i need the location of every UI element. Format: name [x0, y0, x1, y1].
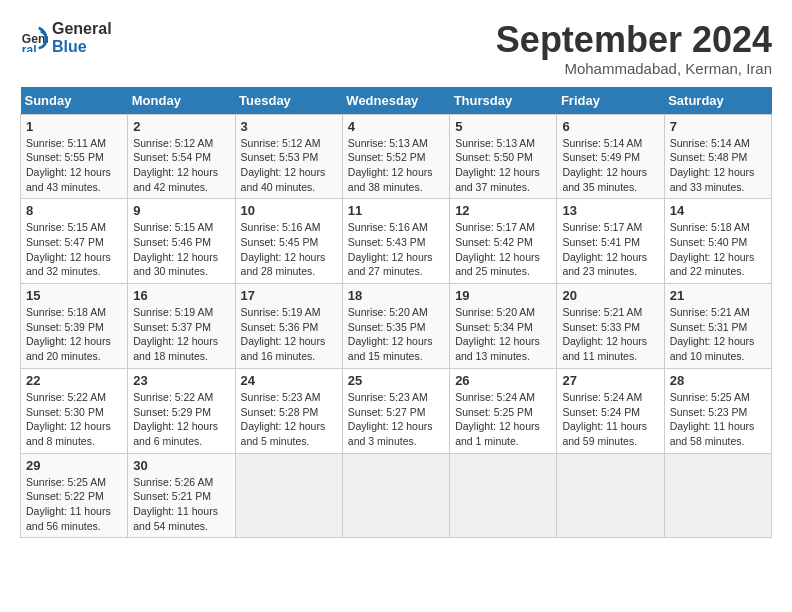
- day-number: 3: [241, 119, 337, 134]
- day-number: 24: [241, 373, 337, 388]
- calendar-cell: 12Sunrise: 5:17 AMSunset: 5:42 PMDayligh…: [450, 199, 557, 284]
- day-info: Sunrise: 5:20 AMSunset: 5:35 PMDaylight:…: [348, 305, 444, 364]
- calendar-cell: [450, 453, 557, 538]
- day-number: 18: [348, 288, 444, 303]
- day-info: Sunrise: 5:21 AMSunset: 5:33 PMDaylight:…: [562, 305, 658, 364]
- day-info: Sunrise: 5:22 AMSunset: 5:30 PMDaylight:…: [26, 390, 122, 449]
- svg-text:ral: ral: [22, 42, 37, 51]
- header-friday: Friday: [557, 87, 664, 115]
- day-info: Sunrise: 5:15 AMSunset: 5:47 PMDaylight:…: [26, 220, 122, 279]
- day-number: 13: [562, 203, 658, 218]
- calendar-week-2: 8Sunrise: 5:15 AMSunset: 5:47 PMDaylight…: [21, 199, 772, 284]
- calendar-cell: 20Sunrise: 5:21 AMSunset: 5:33 PMDayligh…: [557, 284, 664, 369]
- day-number: 29: [26, 458, 122, 473]
- calendar-cell: 18Sunrise: 5:20 AMSunset: 5:35 PMDayligh…: [342, 284, 449, 369]
- day-number: 21: [670, 288, 766, 303]
- day-info: Sunrise: 5:22 AMSunset: 5:29 PMDaylight:…: [133, 390, 229, 449]
- day-info: Sunrise: 5:25 AMSunset: 5:22 PMDaylight:…: [26, 475, 122, 534]
- day-info: Sunrise: 5:20 AMSunset: 5:34 PMDaylight:…: [455, 305, 551, 364]
- day-number: 9: [133, 203, 229, 218]
- calendar-cell: 26Sunrise: 5:24 AMSunset: 5:25 PMDayligh…: [450, 368, 557, 453]
- day-info: Sunrise: 5:18 AMSunset: 5:40 PMDaylight:…: [670, 220, 766, 279]
- calendar-cell: 28Sunrise: 5:25 AMSunset: 5:23 PMDayligh…: [664, 368, 771, 453]
- day-number: 15: [26, 288, 122, 303]
- day-number: 1: [26, 119, 122, 134]
- day-info: Sunrise: 5:26 AMSunset: 5:21 PMDaylight:…: [133, 475, 229, 534]
- day-number: 12: [455, 203, 551, 218]
- calendar-cell: 30Sunrise: 5:26 AMSunset: 5:21 PMDayligh…: [128, 453, 235, 538]
- day-number: 8: [26, 203, 122, 218]
- day-number: 4: [348, 119, 444, 134]
- calendar-cell: 15Sunrise: 5:18 AMSunset: 5:39 PMDayligh…: [21, 284, 128, 369]
- calendar-cell: 2Sunrise: 5:12 AMSunset: 5:54 PMDaylight…: [128, 114, 235, 199]
- calendar-cell: 1Sunrise: 5:11 AMSunset: 5:55 PMDaylight…: [21, 114, 128, 199]
- header-monday: Monday: [128, 87, 235, 115]
- calendar-cell: 21Sunrise: 5:21 AMSunset: 5:31 PMDayligh…: [664, 284, 771, 369]
- calendar-cell: 17Sunrise: 5:19 AMSunset: 5:36 PMDayligh…: [235, 284, 342, 369]
- calendar-cell: [664, 453, 771, 538]
- header-row: SundayMondayTuesdayWednesdayThursdayFrid…: [21, 87, 772, 115]
- header-tuesday: Tuesday: [235, 87, 342, 115]
- day-number: 14: [670, 203, 766, 218]
- day-info: Sunrise: 5:17 AMSunset: 5:41 PMDaylight:…: [562, 220, 658, 279]
- day-number: 11: [348, 203, 444, 218]
- day-info: Sunrise: 5:16 AMSunset: 5:45 PMDaylight:…: [241, 220, 337, 279]
- calendar-cell: 27Sunrise: 5:24 AMSunset: 5:24 PMDayligh…: [557, 368, 664, 453]
- calendar-cell: 6Sunrise: 5:14 AMSunset: 5:49 PMDaylight…: [557, 114, 664, 199]
- calendar-cell: 16Sunrise: 5:19 AMSunset: 5:37 PMDayligh…: [128, 284, 235, 369]
- day-info: Sunrise: 5:25 AMSunset: 5:23 PMDaylight:…: [670, 390, 766, 449]
- day-info: Sunrise: 5:24 AMSunset: 5:25 PMDaylight:…: [455, 390, 551, 449]
- calendar-cell: 3Sunrise: 5:12 AMSunset: 5:53 PMDaylight…: [235, 114, 342, 199]
- day-info: Sunrise: 5:11 AMSunset: 5:55 PMDaylight:…: [26, 136, 122, 195]
- day-info: Sunrise: 5:19 AMSunset: 5:36 PMDaylight:…: [241, 305, 337, 364]
- calendar-cell: 7Sunrise: 5:14 AMSunset: 5:48 PMDaylight…: [664, 114, 771, 199]
- day-number: 6: [562, 119, 658, 134]
- month-title: September 2024: [496, 20, 772, 60]
- calendar-week-3: 15Sunrise: 5:18 AMSunset: 5:39 PMDayligh…: [21, 284, 772, 369]
- day-number: 23: [133, 373, 229, 388]
- calendar-week-5: 29Sunrise: 5:25 AMSunset: 5:22 PMDayligh…: [21, 453, 772, 538]
- header-saturday: Saturday: [664, 87, 771, 115]
- calendar-cell: [557, 453, 664, 538]
- calendar-cell: 4Sunrise: 5:13 AMSunset: 5:52 PMDaylight…: [342, 114, 449, 199]
- logo-general: General: [52, 20, 112, 38]
- calendar-cell: 14Sunrise: 5:18 AMSunset: 5:40 PMDayligh…: [664, 199, 771, 284]
- calendar-cell: 10Sunrise: 5:16 AMSunset: 5:45 PMDayligh…: [235, 199, 342, 284]
- day-number: 30: [133, 458, 229, 473]
- day-info: Sunrise: 5:23 AMSunset: 5:27 PMDaylight:…: [348, 390, 444, 449]
- calendar-cell: 23Sunrise: 5:22 AMSunset: 5:29 PMDayligh…: [128, 368, 235, 453]
- day-info: Sunrise: 5:18 AMSunset: 5:39 PMDaylight:…: [26, 305, 122, 364]
- logo: Gene ral General Blue: [20, 20, 112, 55]
- calendar-cell: 29Sunrise: 5:25 AMSunset: 5:22 PMDayligh…: [21, 453, 128, 538]
- day-number: 5: [455, 119, 551, 134]
- day-number: 16: [133, 288, 229, 303]
- day-info: Sunrise: 5:16 AMSunset: 5:43 PMDaylight:…: [348, 220, 444, 279]
- calendar-table: SundayMondayTuesdayWednesdayThursdayFrid…: [20, 87, 772, 539]
- calendar-cell: 5Sunrise: 5:13 AMSunset: 5:50 PMDaylight…: [450, 114, 557, 199]
- day-info: Sunrise: 5:19 AMSunset: 5:37 PMDaylight:…: [133, 305, 229, 364]
- header-sunday: Sunday: [21, 87, 128, 115]
- day-info: Sunrise: 5:14 AMSunset: 5:49 PMDaylight:…: [562, 136, 658, 195]
- calendar-cell: 11Sunrise: 5:16 AMSunset: 5:43 PMDayligh…: [342, 199, 449, 284]
- day-info: Sunrise: 5:12 AMSunset: 5:54 PMDaylight:…: [133, 136, 229, 195]
- calendar-cell: [342, 453, 449, 538]
- day-number: 22: [26, 373, 122, 388]
- logo-icon: Gene ral: [20, 24, 48, 52]
- page-header: Gene ral General Blue September 2024 Moh…: [20, 20, 772, 77]
- day-info: Sunrise: 5:21 AMSunset: 5:31 PMDaylight:…: [670, 305, 766, 364]
- header-thursday: Thursday: [450, 87, 557, 115]
- calendar-cell: 9Sunrise: 5:15 AMSunset: 5:46 PMDaylight…: [128, 199, 235, 284]
- day-number: 2: [133, 119, 229, 134]
- day-number: 19: [455, 288, 551, 303]
- calendar-week-1: 1Sunrise: 5:11 AMSunset: 5:55 PMDaylight…: [21, 114, 772, 199]
- day-info: Sunrise: 5:12 AMSunset: 5:53 PMDaylight:…: [241, 136, 337, 195]
- calendar-cell: 13Sunrise: 5:17 AMSunset: 5:41 PMDayligh…: [557, 199, 664, 284]
- calendar-cell: 24Sunrise: 5:23 AMSunset: 5:28 PMDayligh…: [235, 368, 342, 453]
- day-info: Sunrise: 5:23 AMSunset: 5:28 PMDaylight:…: [241, 390, 337, 449]
- location: Mohammadabad, Kerman, Iran: [496, 60, 772, 77]
- calendar-cell: [235, 453, 342, 538]
- day-info: Sunrise: 5:15 AMSunset: 5:46 PMDaylight:…: [133, 220, 229, 279]
- day-number: 17: [241, 288, 337, 303]
- title-block: September 2024 Mohammadabad, Kerman, Ira…: [496, 20, 772, 77]
- day-number: 26: [455, 373, 551, 388]
